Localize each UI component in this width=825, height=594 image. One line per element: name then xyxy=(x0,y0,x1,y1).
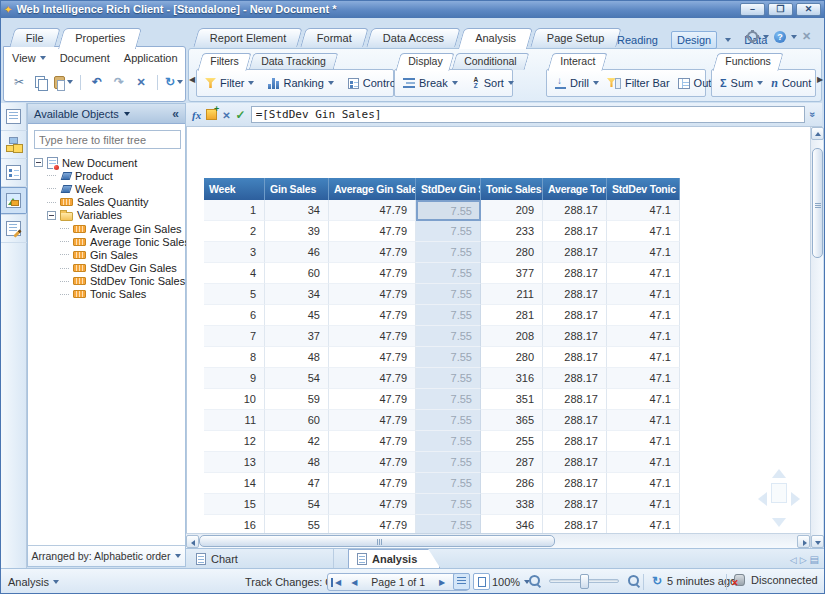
document-structure-button[interactable] xyxy=(0,215,27,243)
cell[interactable]: 47.1 xyxy=(607,305,680,326)
cell[interactable]: 7 xyxy=(204,326,265,347)
horizontal-scrollbar[interactable] xyxy=(186,533,810,548)
cell[interactable]: 346 xyxy=(481,515,543,533)
cell[interactable]: 288.17 xyxy=(543,326,607,347)
cell[interactable]: 2 xyxy=(204,221,265,242)
validate-icon[interactable] xyxy=(236,108,246,122)
scroll-left-icon[interactable] xyxy=(186,535,199,548)
cell[interactable]: 288.17 xyxy=(543,494,607,515)
cell[interactable]: 7.55 xyxy=(416,452,481,473)
cell[interactable]: 47 xyxy=(265,473,329,494)
column-header-stddev-tonic[interactable]: StdDev Tonic xyxy=(607,178,680,200)
nav-right-icon[interactable] xyxy=(791,492,800,506)
create-variable-icon[interactable] xyxy=(206,109,217,120)
collapse-panel-icon[interactable]: « xyxy=(172,108,179,120)
column-header-week[interactable]: Week xyxy=(204,178,265,200)
cell[interactable]: 365 xyxy=(481,410,543,431)
cell[interactable]: 7.55 xyxy=(416,305,481,326)
zoom-in-icon[interactable] xyxy=(627,574,640,587)
cell[interactable]: 288.17 xyxy=(543,347,607,368)
cell[interactable]: 288.17 xyxy=(543,284,607,305)
cell[interactable]: 47.79 xyxy=(329,284,416,305)
zoom-level[interactable]: 100% xyxy=(492,576,520,588)
cell[interactable]: 351 xyxy=(481,389,543,410)
cell[interactable]: 54 xyxy=(265,494,329,515)
cell[interactable]: 5 xyxy=(204,284,265,305)
cell[interactable]: 3 xyxy=(204,242,265,263)
cell[interactable]: 4 xyxy=(204,263,265,284)
cell[interactable]: 47.79 xyxy=(329,242,416,263)
pane-tab-file[interactable]: File xyxy=(9,28,60,47)
tree-item-variables[interactable]: Variables xyxy=(32,209,183,222)
tree-item-week[interactable]: Week xyxy=(32,182,183,195)
close-ribbon-icon[interactable]: ✕ xyxy=(802,30,811,43)
tree-item-tonic-sales[interactable]: Tonic Sales xyxy=(32,288,183,301)
group-tab-data-tracking[interactable]: Data Tracking xyxy=(248,53,338,70)
tree-item-average-gin-sales[interactable]: Average Gin Sales xyxy=(32,222,183,235)
cell[interactable]: 47.79 xyxy=(329,452,416,473)
menu-item-application[interactable]: Application xyxy=(124,52,178,64)
formula-input[interactable] xyxy=(251,106,806,123)
scroll-down-icon[interactable] xyxy=(811,535,824,548)
column-header-average-gin-sales[interactable]: Average Gin Sales xyxy=(329,178,416,200)
cell[interactable]: 7.55 xyxy=(416,263,481,284)
cell[interactable]: 286 xyxy=(481,473,543,494)
input-controls-button[interactable] xyxy=(0,159,27,187)
cell[interactable]: 47.79 xyxy=(329,431,416,452)
filter-button[interactable]: Filter xyxy=(201,77,258,89)
ribbon-scroll-left-icon[interactable]: ◀ xyxy=(189,75,195,84)
cell[interactable]: 60 xyxy=(265,263,329,284)
formula-bar-expand-icon[interactable]: » xyxy=(808,112,819,118)
group-tab-filters[interactable]: Filters xyxy=(197,53,251,71)
help-icon[interactable]: ? xyxy=(774,31,786,43)
gear-icon[interactable] xyxy=(747,31,758,42)
group-tab-functions[interactable]: Functions xyxy=(712,53,783,71)
cell[interactable]: 288.17 xyxy=(543,389,607,410)
group-tab-interact[interactable]: Interact xyxy=(547,53,607,71)
column-header-average-toni[interactable]: Average Toni xyxy=(543,178,607,200)
zoom-slider-thumb[interactable] xyxy=(580,574,589,589)
gear-dropdown-icon[interactable] xyxy=(763,35,769,39)
cell[interactable]: 47.79 xyxy=(329,221,416,242)
cell[interactable]: 316 xyxy=(481,368,543,389)
collapse-node-icon[interactable] xyxy=(47,211,56,220)
sort-button[interactable]: Sort xyxy=(468,77,518,90)
cell[interactable]: 287 xyxy=(481,452,543,473)
tree-item-gin-sales[interactable]: Gin Sales xyxy=(32,248,183,261)
panel-header[interactable]: Available Objects « xyxy=(28,104,185,124)
cell[interactable]: 7.55 xyxy=(416,221,481,242)
scroll-up-icon[interactable] xyxy=(811,127,824,140)
prev-report-icon[interactable]: ◁ xyxy=(790,555,797,565)
mode-reading[interactable]: Reading xyxy=(612,32,663,48)
zoom-slider[interactable] xyxy=(549,579,619,583)
pane-tab-properties[interactable]: Properties xyxy=(58,28,142,49)
cell[interactable]: 8 xyxy=(204,347,265,368)
ribbon-tab-report-element[interactable]: Report Element xyxy=(193,28,303,47)
cell[interactable]: 39 xyxy=(265,221,329,242)
cell[interactable]: 288.17 xyxy=(543,305,607,326)
cell[interactable]: 7.55 xyxy=(416,389,481,410)
ribbon-tab-format[interactable]: Format xyxy=(301,28,369,47)
restore-icon[interactable]: ❐ xyxy=(768,3,793,16)
cell[interactable]: 211 xyxy=(481,284,543,305)
navigation-map-button[interactable] xyxy=(0,131,27,159)
nav-down-icon[interactable] xyxy=(772,518,786,527)
next-report-icon[interactable]: ▷ xyxy=(800,555,807,565)
undo-button[interactable] xyxy=(88,73,106,91)
cell[interactable]: 34 xyxy=(265,284,329,305)
cell[interactable]: 280 xyxy=(481,242,543,263)
filter-bar-button[interactable]: Filter Bar xyxy=(603,77,674,89)
cell[interactable]: 47.79 xyxy=(329,326,416,347)
cell[interactable]: 280 xyxy=(481,347,543,368)
close-icon[interactable]: ✕ xyxy=(796,3,821,16)
cell[interactable]: 48 xyxy=(265,347,329,368)
cell[interactable]: 7.55 xyxy=(416,326,481,347)
cell[interactable]: 47.79 xyxy=(329,368,416,389)
cell[interactable]: 47.1 xyxy=(607,431,680,452)
collapse-node-icon[interactable] xyxy=(34,158,43,167)
column-header-tonic-sales[interactable]: Tonic Sales xyxy=(481,178,543,200)
group-tab-display[interactable]: Display xyxy=(395,53,455,71)
cell[interactable]: 288.17 xyxy=(543,431,607,452)
cell[interactable]: 34 xyxy=(265,200,329,221)
nav-left-icon[interactable] xyxy=(758,492,767,506)
